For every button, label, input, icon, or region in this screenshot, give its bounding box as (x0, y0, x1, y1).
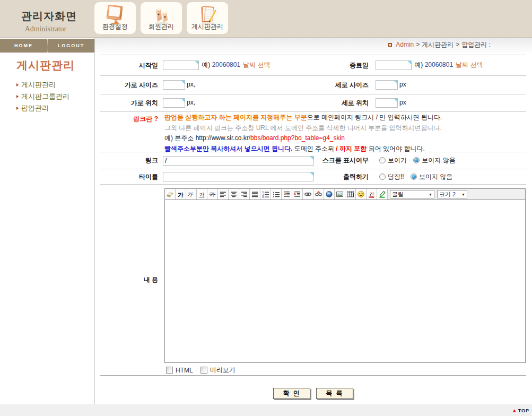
title-input[interactable] (163, 172, 314, 181)
confirm-button[interactable]: 확 인 (273, 388, 310, 399)
menu-button-members[interactable]: 회원관리 (141, 2, 182, 34)
breadcrumb-item-board[interactable]: 게시판관리 (422, 41, 453, 48)
output-option-now[interactable]: 당장!! (379, 173, 404, 180)
outdent-icon[interactable] (282, 189, 292, 200)
ordered-list-icon[interactable]: 123 (260, 189, 271, 200)
logout-link[interactable]: LOGOUT (47, 39, 94, 53)
underline-icon[interactable]: 가 (197, 189, 207, 200)
scroll-options: 보이기 보이지 않음 (371, 156, 526, 165)
app-title: 관리자화면 (21, 9, 70, 23)
link-help-line1: 팝업을 실행하고자 하는 페이지를 지정해주는 부분으로 메인페이지 링크시 /… (164, 112, 526, 123)
sidebar-item-label: 게시판관리 (21, 81, 56, 89)
list-button[interactable]: 목 록 (316, 388, 353, 399)
breadcrumb-separator: > (416, 41, 420, 48)
menu-button-config-label: 환경설정 (94, 22, 136, 31)
footer: ▲TOP (0, 404, 532, 416)
align-left-icon[interactable] (218, 189, 229, 200)
preview-checkbox[interactable] (200, 367, 207, 374)
sidebar-item-board-group-admin[interactable]: 게시판그룹관리 (16, 91, 94, 102)
media-icon[interactable] (324, 189, 335, 200)
chevron-down-icon: ▼ (458, 193, 465, 196)
link-help-line4: 빨색주소부분만 복사하셔서 넣으시면 됩니다. 도메인 주소뒤 / 까지 포함 … (164, 144, 526, 154)
svg-text:가: 가 (199, 192, 205, 197)
start-date-input[interactable] (163, 60, 199, 70)
emoticon-icon[interactable] (356, 189, 367, 200)
font-select[interactable]: 굴림▼ (390, 190, 434, 198)
breadcrumb-square-icon (388, 43, 392, 47)
indent-icon[interactable] (292, 189, 303, 200)
align-right-icon[interactable] (239, 189, 250, 200)
radio-scroll-show[interactable] (379, 157, 386, 163)
menu-button-config[interactable]: 환경설정 (94, 2, 136, 34)
link-help-line2: 그외 다른 페이지 링크는 주소창 URL 에서 도메인 주소를 삭제한 나머지… (164, 123, 526, 134)
link-input[interactable] (163, 156, 314, 166)
bullet-triangle-icon (16, 95, 19, 98)
eraser-icon[interactable] (165, 189, 176, 200)
top-bar: HOME LOGOUT Admin>게시판관리>팝업관리 : (0, 38, 532, 53)
height-label: 세로 사이즈 (318, 81, 371, 90)
sidebar-item-board-admin[interactable]: 게시판관리 (16, 79, 94, 91)
bold-icon[interactable]: 가 (176, 189, 186, 200)
sidebar-title: 게시판관리 (16, 59, 94, 72)
title-label: 타이틀 (100, 172, 160, 181)
align-center-icon[interactable] (229, 189, 239, 200)
scroll-option-hide[interactable]: 보이지 않음 (413, 157, 455, 164)
pos-y-label: 세로 위치 (318, 99, 371, 108)
sidebar-menu: 게시판관리 게시판그룹관리 팝업관리 (16, 79, 94, 114)
header-menu: 환경설정 (94, 2, 233, 34)
row-content: 내 용 가 가 가 가 123 (100, 185, 526, 375)
pos-x-input[interactable] (163, 98, 185, 108)
width-label: 가로 사이즈 (100, 81, 160, 90)
table-icon[interactable] (345, 189, 356, 200)
pos-y-input[interactable] (376, 98, 398, 108)
link-help-label: 링크란 ? (100, 112, 160, 123)
svg-text:가: 가 (178, 192, 184, 198)
home-link[interactable]: HOME (0, 39, 47, 53)
align-justify-icon[interactable] (250, 189, 260, 200)
radio-output-hide[interactable] (411, 174, 417, 180)
font-color-icon[interactable]: 간 (367, 189, 377, 200)
start-date-label: 시작일 (100, 61, 160, 70)
breadcrumb-item-popup[interactable]: 팝업관리 (461, 41, 487, 48)
bullet-triangle-icon (16, 107, 19, 110)
output-option-hide[interactable]: 보이지 않음 (411, 173, 452, 180)
end-date-picker-link[interactable]: 날짜 선택 (456, 61, 483, 68)
italic-icon[interactable]: 가 (186, 189, 197, 200)
highlight-icon[interactable] (377, 189, 388, 200)
breadcrumb-suffix: : (489, 41, 491, 48)
top-arrow-icon: ▲ (512, 408, 517, 413)
unlink-icon[interactable] (313, 189, 324, 200)
height-input[interactable] (376, 80, 398, 90)
link-icon[interactable] (303, 189, 313, 200)
breadcrumb-admin[interactable]: Admin (396, 41, 414, 48)
radio-label: 보이지 않음 (422, 157, 455, 164)
row-size: 가로 사이즈 px, 세로 사이즈 px (100, 76, 526, 94)
sidebar-item-popup-admin[interactable]: 팝업관리 (16, 102, 94, 114)
font-select-value: 굴림 (392, 190, 404, 198)
start-date-picker-link[interactable]: 날짜 선택 (243, 61, 270, 68)
row-link: 링크 스크롤 표시여부 보이기 보이지 않음 (100, 152, 526, 169)
menu-button-board[interactable]: 게시판관리 (187, 2, 228, 34)
form-actions: 확 인 목 록 (100, 388, 526, 399)
breadcrumb: Admin>게시판관리>팝업관리 : (94, 38, 532, 53)
end-date-input[interactable] (376, 60, 412, 70)
breadcrumb-separator: > (456, 41, 459, 48)
html-checkbox[interactable] (166, 367, 173, 374)
width-input[interactable] (163, 80, 185, 90)
sidebar-item-label: 게시판그룹관리 (21, 92, 69, 100)
unordered-list-icon[interactable] (271, 189, 282, 200)
radio-scroll-hide[interactable] (413, 157, 420, 163)
image-icon[interactable] (335, 189, 345, 200)
pos-x-label: 가로 위치 (100, 99, 160, 108)
scroll-option-show[interactable]: 보이기 (379, 157, 407, 164)
top-link[interactable]: TOP (518, 408, 529, 413)
pos-y-unit: px (399, 99, 406, 106)
preview-checkbox-label: 미리보기 (210, 366, 236, 375)
radio-output-now[interactable] (379, 174, 386, 180)
editor-mode-line: HTML 미리보기 (166, 366, 526, 375)
height-unit: px (399, 81, 406, 88)
chevron-down-icon: ▼ (425, 193, 432, 196)
size-select[interactable]: 크기2▼ (437, 190, 467, 198)
strikethrough-icon[interactable]: 가 (207, 189, 218, 200)
editor-content-area[interactable] (165, 200, 525, 362)
